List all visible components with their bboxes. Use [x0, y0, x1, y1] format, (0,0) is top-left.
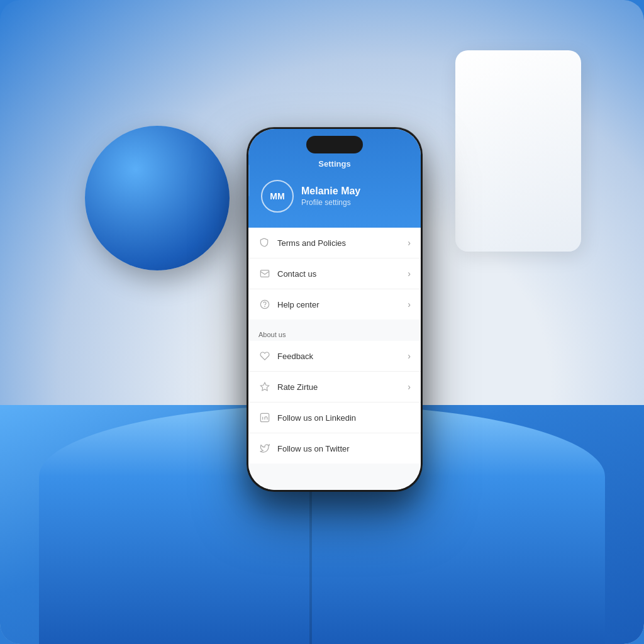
- feedback-label: Feedback: [277, 352, 401, 361]
- menu-body: Terms and Policies › Contact us ›: [248, 228, 421, 490]
- phone-screen: Settings MM Melanie May Profile settings: [248, 129, 421, 490]
- terms-label: Terms and Policies: [277, 238, 401, 248]
- phone-frame: Settings MM Melanie May Profile settings: [247, 127, 423, 492]
- svg-rect-0: [260, 270, 269, 277]
- about-section-label: About us: [248, 325, 421, 341]
- menu-item-terms[interactable]: Terms and Policies ›: [248, 228, 421, 258]
- avatar[interactable]: MM: [261, 180, 294, 213]
- terms-arrow: ›: [408, 238, 411, 248]
- profile-info: Melanie May Profile settings: [301, 186, 360, 207]
- feedback-arrow: ›: [408, 351, 411, 361]
- profile-section: MM Melanie May Profile settings: [261, 180, 408, 213]
- help-arrow: ›: [408, 299, 411, 309]
- user-name: Melanie May: [301, 186, 360, 197]
- shield-icon: [258, 236, 271, 249]
- page-title: Settings: [261, 159, 408, 169]
- rate-label: Rate Zirtue: [277, 382, 401, 392]
- menu-item-contact[interactable]: Contact us ›: [248, 258, 421, 289]
- star-icon: [258, 380, 271, 393]
- menu-item-help[interactable]: Help center ›: [248, 289, 421, 319]
- menu-item-linkedin[interactable]: Follow us on Linkedin: [248, 402, 421, 433]
- linkedin-icon: [258, 411, 271, 424]
- twitter-label: Follow us on Twitter: [277, 444, 411, 453]
- menu-item-feedback[interactable]: Feedback ›: [248, 341, 421, 372]
- help-label: Help center: [277, 300, 401, 309]
- decorative-sphere: [85, 126, 230, 270]
- decorative-card: [455, 50, 581, 252]
- rate-arrow: ›: [408, 382, 411, 392]
- svg-marker-3: [260, 382, 269, 391]
- dynamic-island: [306, 136, 363, 153]
- profile-subtitle[interactable]: Profile settings: [301, 198, 360, 207]
- twitter-icon: [258, 442, 271, 455]
- phone-mockup: Settings MM Melanie May Profile settings: [247, 127, 423, 492]
- contact-label: Contact us: [277, 269, 401, 279]
- menu-item-rate[interactable]: Rate Zirtue ›: [248, 372, 421, 402]
- linkedin-label: Follow us on Linkedin: [277, 413, 411, 423]
- svg-point-2: [265, 306, 265, 307]
- section-about: Feedback › Rate Zirtue ›: [248, 341, 421, 464]
- mail-icon: [258, 267, 271, 280]
- help-icon: [258, 298, 271, 311]
- contact-arrow: ›: [408, 269, 411, 279]
- heart-icon: [258, 350, 271, 362]
- menu-item-twitter[interactable]: Follow us on Twitter: [248, 433, 421, 464]
- section-legal: Terms and Policies › Contact us ›: [248, 228, 421, 319]
